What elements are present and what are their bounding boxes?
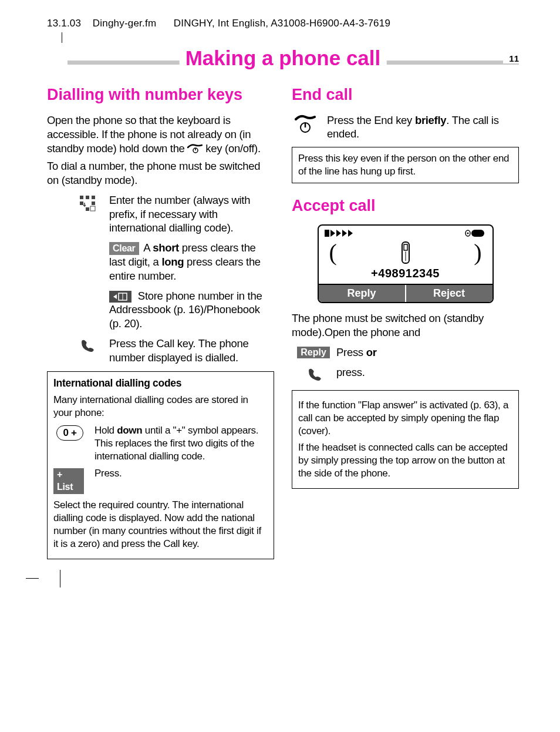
keypad-icon bbox=[74, 193, 101, 213]
svg-rect-18 bbox=[404, 244, 407, 250]
reply-button-label: Reply bbox=[301, 345, 328, 358]
heading-end-call: End call bbox=[292, 85, 519, 105]
svg-rect-5 bbox=[80, 202, 83, 205]
international-codes-box: International dialling codes Many intern… bbox=[47, 371, 274, 559]
left-column: Dialling with number keys Open the phone… bbox=[47, 79, 274, 559]
battery-icon bbox=[463, 228, 487, 239]
svg-rect-7 bbox=[86, 207, 89, 211]
instr-hold-down: Hold down until a "+" symbol appears. Th… bbox=[95, 424, 268, 462]
zero-plus-key-icon: 0 + bbox=[53, 424, 86, 441]
svg-rect-2 bbox=[80, 196, 83, 199]
svg-rect-8 bbox=[90, 206, 95, 211]
svg-rect-3 bbox=[86, 196, 89, 199]
crop-mark bbox=[60, 570, 60, 587]
flap-answer-box: If the function "Flap answer" is activat… bbox=[292, 390, 519, 489]
signal-icon bbox=[325, 228, 360, 239]
paragraph-open-phone: Open the phone so that the keyboard is a… bbox=[47, 113, 274, 156]
incoming-number: +498912345 bbox=[319, 266, 492, 284]
crop-mark bbox=[26, 578, 39, 579]
heading-dialling: Dialling with number keys bbox=[47, 85, 274, 105]
power-key-icon bbox=[187, 144, 203, 153]
soft-right-paren: ) bbox=[474, 241, 481, 264]
svg-rect-13 bbox=[325, 230, 329, 237]
heading-accept-call: Accept call bbox=[292, 196, 519, 216]
box-title: International dialling codes bbox=[53, 377, 268, 390]
instr-press-or: Press or bbox=[336, 345, 377, 360]
paragraph-switched-on: The phone must be switched on (standby m… bbox=[292, 311, 519, 340]
instr-list-press: Press. bbox=[95, 467, 122, 480]
clear-button-label: Clear bbox=[109, 242, 139, 255]
phone-device-icon bbox=[399, 241, 413, 264]
title-bar: Making a phone call 11 bbox=[47, 50, 519, 72]
box-intro: Many international dialling codes are st… bbox=[53, 394, 268, 419]
page-title: Making a phone call bbox=[180, 46, 387, 70]
call-key-icon bbox=[301, 365, 328, 383]
softkey-reject[interactable]: Reject bbox=[406, 285, 492, 302]
end-call-note-box: Press this key even if the person on the… bbox=[292, 147, 519, 183]
call-key-icon bbox=[74, 337, 101, 354]
right-column: End call Press the End key briefly. The … bbox=[292, 79, 519, 559]
phone-screen-mock: ( ) +498912345 Reply Reject bbox=[318, 224, 494, 303]
instr-clear: Clear A short press clears the last digi… bbox=[109, 241, 274, 283]
meta-file: Dinghy-ger.fm bbox=[93, 18, 156, 29]
svg-point-15 bbox=[467, 233, 468, 234]
svg-rect-16 bbox=[471, 230, 484, 237]
softkey-reply[interactable]: Reply bbox=[319, 285, 406, 302]
instr-enter-number: Enter the number (always with prefix, if… bbox=[109, 193, 274, 235]
meta-doc: DINGHY, Int English, A31008-H6900-A4-3-7… bbox=[174, 18, 390, 29]
meta-date: 13.1.03 bbox=[47, 18, 81, 29]
header-meta: 13.1.03 Dinghy-ger.fm DINGHY, Int Englis… bbox=[47, 18, 519, 29]
page-number: 11 bbox=[503, 53, 519, 63]
svg-rect-4 bbox=[92, 196, 95, 199]
instr-press: press. bbox=[336, 365, 365, 380]
svg-rect-6 bbox=[92, 202, 95, 205]
instr-press-call: Press the Call key. The phone number dis… bbox=[109, 337, 274, 364]
crop-mark bbox=[62, 32, 62, 43]
instr-store: Store phone number in the Addressbook (p… bbox=[109, 289, 274, 331]
addressbook-icon bbox=[109, 291, 131, 303]
box-select-country: Select the required country. The interna… bbox=[53, 499, 268, 550]
end-key-icon bbox=[292, 113, 319, 135]
list-button-label: + List bbox=[53, 467, 86, 494]
instr-end-call: Press the End key briefly. The call is e… bbox=[327, 113, 519, 141]
soft-left-paren: ( bbox=[329, 241, 337, 264]
paragraph-to-dial: To dial a number, the phone must be swit… bbox=[47, 159, 274, 187]
